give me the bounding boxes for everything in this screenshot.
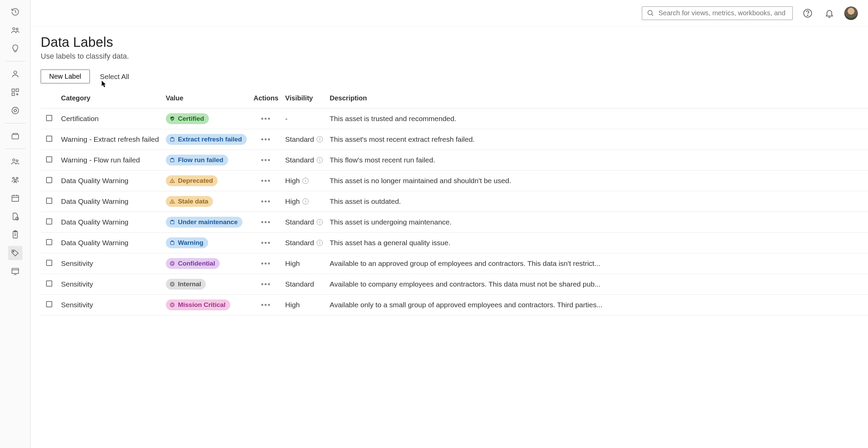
row-actions-menu[interactable]: •••: [261, 197, 271, 206]
value-pill: Extract refresh failed: [166, 134, 247, 145]
pill-label: Flow run failed: [178, 156, 223, 164]
value-pill: Under maintenance: [166, 217, 242, 228]
page-subtitle: Use labels to classify data.: [41, 52, 868, 61]
row-visibility: Standard: [285, 135, 314, 143]
row-description: This flow's most recent run failed.: [326, 150, 868, 171]
row-checkbox[interactable]: [46, 239, 52, 245]
sidebar-shared-icon[interactable]: [8, 23, 22, 37]
row-actions-menu[interactable]: •••: [261, 176, 271, 185]
value-pill: Deprecated: [166, 175, 218, 186]
row-checkbox[interactable]: [46, 301, 52, 307]
info-icon[interactable]: i: [317, 240, 323, 246]
sidebar-jobs-icon[interactable]: [8, 209, 22, 223]
pill-icon: [169, 157, 175, 163]
row-category: Sensitivity: [58, 274, 162, 295]
row-description: This asset has a general quality issue.: [326, 233, 868, 253]
row-category: Warning - Extract refresh failed: [58, 129, 162, 150]
row-actions-menu[interactable]: •••: [261, 238, 271, 247]
svg-point-41: [170, 261, 174, 266]
col-category[interactable]: Category: [58, 90, 162, 109]
table-row: Sensitivity Internal ••• Standard Availa…: [41, 274, 868, 295]
avatar[interactable]: [844, 6, 858, 20]
new-label-button[interactable]: New Label: [41, 70, 90, 83]
svg-point-11: [16, 160, 18, 161]
table-row: Data Quality Warning Under maintenance •…: [41, 212, 868, 233]
pill-icon: [169, 240, 175, 246]
row-actions-menu[interactable]: •••: [261, 218, 271, 226]
row-checkbox[interactable]: [46, 136, 52, 142]
sidebar-users-icon[interactable]: [8, 154, 22, 169]
row-checkbox[interactable]: [46, 280, 52, 287]
row-description: This asset's most recent extract refresh…: [326, 129, 868, 150]
row-category: Data Quality Warning: [58, 191, 162, 212]
row-checkbox[interactable]: [46, 156, 52, 162]
sidebar-user-icon[interactable]: [8, 67, 22, 81]
row-description: Available only to a small group of appro…: [326, 295, 868, 315]
sidebar-explore-icon[interactable]: [8, 103, 22, 118]
row-actions-menu[interactable]: •••: [261, 280, 271, 288]
col-description[interactable]: Description: [326, 90, 868, 109]
row-checkbox[interactable]: [46, 115, 52, 121]
row-actions-menu[interactable]: •••: [261, 114, 271, 123]
row-checkbox[interactable]: [46, 198, 52, 204]
row-actions-menu[interactable]: •••: [261, 156, 271, 164]
row-category: Sensitivity: [58, 253, 162, 274]
col-actions[interactable]: Actions: [250, 90, 282, 109]
sidebar-apps-icon[interactable]: [8, 85, 22, 99]
info-icon[interactable]: i: [317, 136, 323, 142]
info-icon[interactable]: i: [317, 157, 323, 163]
pill-label: Extract refresh failed: [178, 136, 242, 143]
svg-point-40: [171, 262, 173, 265]
svg-point-44: [171, 304, 173, 306]
value-pill: Mission Critical: [166, 299, 230, 310]
table-row: Certification Certified ••• - This asset…: [41, 109, 868, 129]
select-all-button[interactable]: Select All: [100, 73, 129, 81]
value-pill: Confidential: [166, 258, 220, 269]
sidebar-tags-icon[interactable]: [8, 246, 22, 260]
row-actions-menu[interactable]: •••: [261, 300, 271, 309]
pill-icon: [169, 260, 175, 267]
col-value[interactable]: Value: [162, 90, 250, 109]
row-visibility: -: [285, 115, 288, 123]
row-visibility: High: [285, 259, 300, 268]
row-description: This asset is outdated.: [326, 191, 868, 212]
sidebar-site-icon[interactable]: [8, 264, 22, 278]
sidebar-schedules-icon[interactable]: [8, 191, 22, 205]
sidebar: [0, 0, 31, 448]
sidebar-groups-icon[interactable]: [8, 173, 22, 187]
notifications-icon[interactable]: [823, 6, 836, 20]
row-visibility: Standard: [285, 280, 314, 288]
info-icon[interactable]: i: [302, 198, 309, 204]
pill-icon: [169, 219, 175, 225]
sidebar-recent-icon[interactable]: [8, 5, 22, 19]
row-description: This asset is undergoing maintenance.: [326, 212, 868, 233]
help-icon[interactable]: [801, 6, 814, 20]
row-checkbox[interactable]: [46, 260, 52, 266]
row-description: This asset is trusted and recommended.: [326, 109, 868, 129]
svg-rect-32: [170, 138, 174, 141]
row-checkbox[interactable]: [46, 177, 52, 183]
sidebar-tasks-icon[interactable]: [8, 228, 22, 242]
svg-point-31: [807, 15, 808, 16]
svg-rect-25: [12, 268, 19, 273]
info-icon[interactable]: i: [317, 219, 323, 225]
info-icon[interactable]: i: [302, 178, 309, 184]
pill-label: Warning: [178, 239, 203, 247]
table-row: Data Quality Warning Warning ••• Standar…: [41, 233, 868, 253]
row-actions-menu[interactable]: •••: [261, 135, 271, 143]
topbar: [31, 0, 868, 26]
col-visibility[interactable]: Visibility: [282, 90, 326, 109]
page-title: Data Labels: [41, 35, 868, 50]
sidebar-collections-icon[interactable]: [8, 129, 22, 143]
table-row: Warning - Extract refresh failed Extract…: [41, 129, 868, 150]
pill-icon: [169, 198, 175, 204]
search-input[interactable]: [658, 9, 788, 17]
row-checkbox[interactable]: [46, 218, 52, 225]
pill-icon: [169, 281, 175, 287]
sidebar-recommend-icon[interactable]: [8, 41, 22, 56]
row-category: Data Quality Warning: [58, 233, 162, 253]
row-actions-menu[interactable]: •••: [261, 259, 271, 268]
search-box[interactable]: [642, 6, 793, 20]
row-category: Warning - Flow run failed: [58, 150, 162, 171]
table-row: Data Quality Warning Stale data ••• High…: [41, 191, 868, 212]
